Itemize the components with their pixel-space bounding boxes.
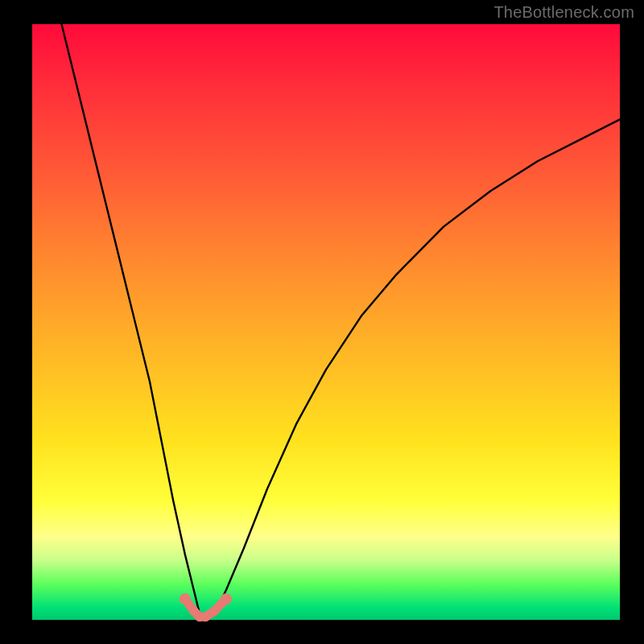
plot-area: [32, 24, 620, 620]
watermark-text: TheBottleneck.com: [493, 3, 634, 22]
marker-dot: [221, 593, 232, 605]
curve-overlay: [32, 24, 620, 620]
marker-dot: [180, 593, 191, 605]
marker-dot: [200, 612, 210, 621]
marker-dot: [209, 606, 219, 616]
bottleneck-curve: [62, 24, 621, 620]
chart-frame: TheBottleneck.com: [0, 0, 644, 644]
